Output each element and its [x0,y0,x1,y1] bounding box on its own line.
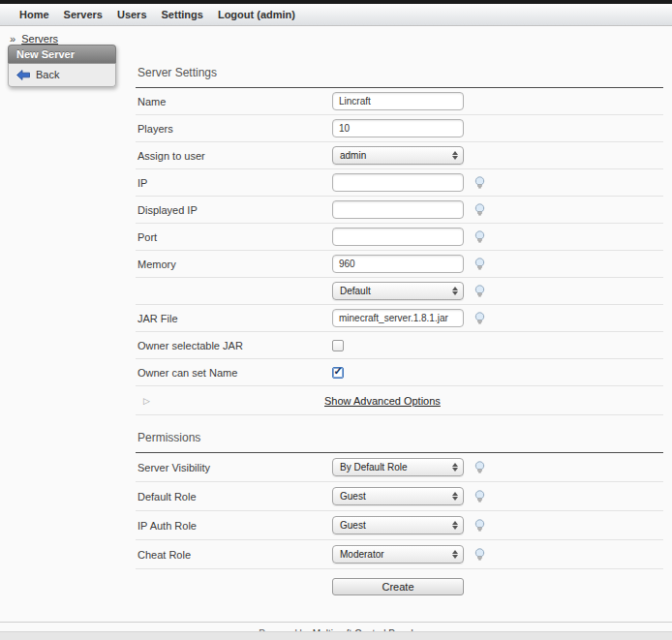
ip-auth-role-select[interactable]: Guest [332,516,464,534]
owner-can-set-name-label: Owner can set Name [136,367,332,379]
breadcrumb-symbol: » [10,33,15,45]
server-visibility-row: Server Visibility By Default Role [136,453,663,482]
memory-label: Memory [136,259,332,270]
players-label: Players [136,123,332,135]
select-value: Guest [340,491,366,502]
up-down-stepper-icon [452,463,458,472]
owner-selectable-jar-label: Owner selectable JAR [136,340,332,351]
default-profile-row: Default [136,278,663,305]
nav-logout[interactable]: Logout (admin) [218,9,295,20]
displayed-ip-label: Displayed IP [136,204,332,216]
ip-label: IP [136,177,332,189]
ip-auth-role-row: IP Auth Role Guest [136,511,663,540]
back-button[interactable]: Back [16,69,107,80]
lightbulb-icon[interactable] [473,490,486,503]
memory-input[interactable] [332,255,464,273]
sidebar-body: Back [8,63,116,87]
nav-home[interactable]: Home [19,9,49,20]
cheat-role-row: Cheat Role Moderator [136,540,663,569]
jar-file-row: JAR File [136,305,663,332]
sidebar: New Server Back [8,45,116,87]
server-visibility-label: Server Visibility [136,462,332,473]
ip-row: IP [136,169,663,197]
breadcrumb-servers-link[interactable]: Servers [21,33,58,45]
select-value: admin [340,150,366,161]
page-bottom-strip [0,631,672,640]
lightbulb-icon[interactable] [473,312,486,325]
assign-to-user-row: Assign to user admin [136,142,663,169]
back-button-label: Back [36,69,59,80]
assign-to-user-label: Assign to user [136,150,332,162]
owner-selectable-jar-row: Owner selectable JAR [136,332,663,359]
select-value: By Default Role [340,462,407,472]
lightbulb-icon[interactable] [473,258,486,271]
up-down-stepper-icon [452,151,458,160]
select-value: Default [340,286,371,296]
select-value: Guest [340,520,366,531]
port-row: Port [136,224,663,251]
sidebar-title: New Server [8,45,116,63]
port-input[interactable] [332,228,464,246]
name-input[interactable] [332,92,464,110]
cheat-role-select[interactable]: Moderator [332,545,464,564]
displayed-ip-row: Displayed IP [136,197,663,224]
server-settings-title: Server Settings [136,50,663,87]
nav-servers[interactable]: Servers [64,9,103,20]
lightbulb-icon[interactable] [473,519,486,533]
ip-input[interactable] [332,173,464,192]
jar-file-label: JAR File [136,313,332,324]
lightbulb-icon[interactable] [473,548,486,562]
left-arrow-icon [16,70,30,80]
memory-row: Memory [136,251,663,278]
default-role-select[interactable]: Guest [332,487,464,505]
default-role-row: Default Role Guest [136,482,663,511]
cheat-role-label: Cheat Role [136,549,332,561]
lightbulb-icon[interactable] [473,176,486,190]
show-advanced-options-link[interactable]: Show Advanced Options [324,395,441,407]
players-input[interactable] [332,119,464,137]
permissions-title: Permissions [136,415,663,452]
players-row: Players [136,115,663,142]
assign-to-user-select[interactable]: admin [332,146,464,165]
advanced-options-row: ▷ Show Advanced Options [136,386,663,415]
jar-file-input[interactable] [332,309,464,327]
name-row: Name [136,88,663,115]
lightbulb-icon[interactable] [473,230,486,244]
port-label: Port [136,231,332,243]
lightbulb-icon[interactable] [473,461,486,474]
default-profile-select[interactable]: Default [332,282,464,300]
up-down-stepper-icon [452,550,458,559]
create-button[interactable]: Create [332,578,464,595]
create-row: Create [136,569,663,604]
select-value: Moderator [340,549,384,560]
up-down-stepper-icon [452,287,458,295]
lightbulb-icon[interactable] [473,203,486,217]
lightbulb-icon[interactable] [473,285,486,298]
name-label: Name [136,96,332,107]
up-down-stepper-icon [452,521,458,530]
displayed-ip-input[interactable] [332,200,464,219]
top-navigation: Home Servers Users Settings Logout (admi… [0,4,672,26]
nav-settings[interactable]: Settings [162,9,203,20]
default-role-label: Default Role [136,491,332,503]
nav-users[interactable]: Users [117,9,147,20]
server-visibility-select[interactable]: By Default Role [332,458,464,476]
owner-can-set-name-row: Owner can set Name [136,359,663,386]
breadcrumb: » Servers [0,26,672,45]
main-content: Server Settings Name Players Assign to u… [136,50,663,604]
up-down-stepper-icon [452,492,458,501]
owner-can-set-name-checkbox[interactable] [332,367,344,379]
ip-auth-role-label: IP Auth Role [136,520,332,532]
triangle-right-icon[interactable]: ▷ [136,396,324,406]
owner-selectable-jar-checkbox[interactable] [332,340,344,351]
